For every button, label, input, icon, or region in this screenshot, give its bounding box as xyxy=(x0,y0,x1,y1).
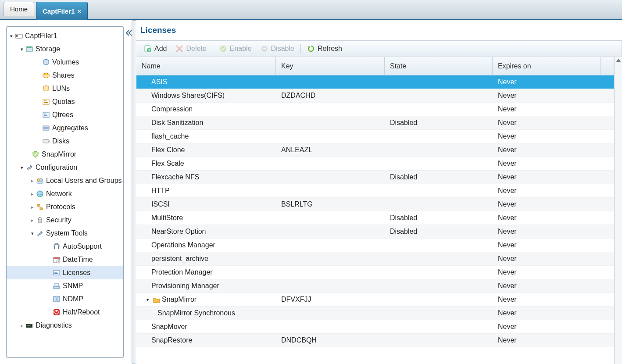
tree-node[interactable]: AutoSupport xyxy=(7,240,123,253)
tree-node[interactable]: Disks xyxy=(7,135,123,148)
halt-icon xyxy=(52,308,61,317)
filer-icon xyxy=(14,32,23,40)
add-icon xyxy=(144,45,152,53)
cell-name: Windows Shares(CIFS) xyxy=(151,92,225,100)
table-row[interactable]: SnapMirror SynchronousNever xyxy=(136,307,614,320)
tree-label: LUNs xyxy=(52,85,70,93)
tree-label: SNMP xyxy=(63,282,83,290)
table-row[interactable]: NearStore OptionDisabledNever xyxy=(136,225,614,239)
cell-expires: Never xyxy=(493,214,601,222)
tree-node[interactable]: SNMP xyxy=(7,279,123,293)
table-row[interactable]: SnapMoverNever xyxy=(136,320,614,334)
tree-node[interactable]: Qtrees xyxy=(7,108,123,121)
tree-label: Protocols xyxy=(46,203,75,211)
cell-key: DNDCBQH xyxy=(276,336,385,344)
table-row[interactable]: Disk SanitizationDisabledNever xyxy=(136,116,614,130)
tree-node-configuration[interactable]: Configuration xyxy=(7,161,123,174)
column-header-expires[interactable]: Expires on xyxy=(493,57,601,75)
grid-header: Name Key State Expires on xyxy=(136,57,614,75)
tree-node[interactable]: DateTime xyxy=(7,253,123,266)
cell-expires: Never xyxy=(493,228,601,236)
cell-expires: Never xyxy=(493,119,601,127)
tree-node-storage[interactable]: Storage xyxy=(7,43,123,56)
cell-expires: Never xyxy=(493,241,601,249)
vertical-scrollbar[interactable] xyxy=(614,57,622,364)
cell-expires: Never xyxy=(493,146,601,154)
diag-icon xyxy=(25,321,34,330)
tree-node[interactable]: Shares xyxy=(7,69,123,82)
protocols-icon xyxy=(36,203,44,211)
table-row[interactable]: Flex ScaleNever xyxy=(136,157,614,171)
tree-label: Network xyxy=(46,190,72,198)
tree-node[interactable]: Halt/Reboot xyxy=(7,306,123,319)
table-row[interactable]: Provisioning ManagerNever xyxy=(136,279,614,293)
tree-node[interactable]: Quotas xyxy=(7,95,123,108)
add-button[interactable]: Add xyxy=(139,43,171,54)
cell-name: ASIS xyxy=(151,78,167,86)
table-row[interactable]: SnapRestoreDNDCBQHNever xyxy=(136,334,614,347)
table-row[interactable]: HTTPNever xyxy=(136,184,614,198)
licenses-grid: Name Key State Expires on ASISNeverWindo… xyxy=(136,57,622,364)
tree-node[interactable]: Network xyxy=(7,187,123,200)
tree-node-root[interactable]: CaptFiler1 xyxy=(7,29,123,43)
tree-node[interactable]: Licenses xyxy=(7,266,123,279)
close-icon[interactable]: × xyxy=(77,7,81,15)
content-panel: Licenses Add Delete Enable Disable xyxy=(132,20,622,364)
table-row[interactable]: persistent_archiveNever xyxy=(136,252,614,266)
table-row[interactable]: ISCSIBSLRLTGNever xyxy=(136,198,614,211)
table-row[interactable]: Protection ManagerNever xyxy=(136,266,614,279)
table-row[interactable]: Operations ManagerNever xyxy=(136,239,614,252)
tree-node[interactable]: Security xyxy=(7,214,123,227)
scroll-up-icon xyxy=(616,59,621,62)
cell-name: Protection Manager xyxy=(151,268,213,276)
refresh-button[interactable]: Refresh xyxy=(303,43,347,54)
cell-expires: Never xyxy=(493,92,601,100)
sidebar-container: CaptFiler1 Storage VolumesSharesLUNsQuot… xyxy=(0,20,132,364)
column-header-key[interactable]: Key xyxy=(276,57,385,75)
tree-node-snapmirror[interactable]: SnapMirror xyxy=(7,148,123,161)
table-row[interactable]: MultiStoreDisabledNever xyxy=(136,211,614,225)
tree-node[interactable]: Local Users and Groups xyxy=(7,174,123,187)
column-header-name[interactable]: Name xyxy=(136,57,276,75)
column-header-state[interactable]: State xyxy=(385,57,493,75)
table-row[interactable]: Flexcache NFSDisabledNever xyxy=(136,171,614,184)
cell-expires: Never xyxy=(493,336,601,344)
tree-node[interactable]: LUNs xyxy=(7,82,123,95)
cell-expires: Never xyxy=(493,200,601,208)
cell-expires: Never xyxy=(493,268,601,276)
cell-name: Provisioning Manager xyxy=(151,282,219,290)
enable-icon xyxy=(219,45,227,53)
tree-label: Security xyxy=(46,216,71,224)
table-row[interactable]: Flex CloneANLEAZLNever xyxy=(136,143,614,157)
cell-name: SnapMover xyxy=(151,323,187,331)
delete-button[interactable]: Delete xyxy=(171,43,211,54)
table-row[interactable]: ASISNever xyxy=(136,75,614,89)
tree-node[interactable]: Protocols xyxy=(7,200,123,214)
tree-node-system-tools[interactable]: System Tools xyxy=(7,227,123,240)
enable-button[interactable]: Enable xyxy=(215,43,256,54)
grid-body: ASISNeverWindows Shares(CIFS)DZDACHDNeve… xyxy=(136,75,614,364)
cell-name: Operations Manager xyxy=(151,241,215,249)
table-row[interactable]: flash_cacheNever xyxy=(136,130,614,143)
column-header-blank xyxy=(601,57,614,75)
cell-key: DZDACHD xyxy=(276,92,385,100)
disable-icon xyxy=(261,45,268,53)
table-row[interactable]: ▾SnapMirrorDFVXFJJNever xyxy=(136,293,614,307)
button-label: Add xyxy=(154,45,167,53)
cell-expires: Never xyxy=(493,309,601,317)
tree-label: AutoSupport xyxy=(63,243,102,250)
tab-home[interactable]: Home xyxy=(4,2,34,16)
tree-node[interactable]: Volumes xyxy=(7,56,123,69)
expand-toggle[interactable]: ▾ xyxy=(145,297,150,303)
cell-state: Disabled xyxy=(385,214,493,222)
tree-label: Licenses xyxy=(63,269,90,277)
tree-node[interactable]: Aggregates xyxy=(7,121,123,135)
tree-node[interactable]: NDMP xyxy=(7,293,123,306)
disable-button[interactable]: Disable xyxy=(256,43,299,54)
users-icon xyxy=(36,176,44,185)
cell-name: Flex Scale xyxy=(151,160,184,168)
tree-node-diagnostics[interactable]: Diagnostics xyxy=(7,319,123,332)
tab-captfiler1[interactable]: CaptFiler1 × xyxy=(36,2,88,20)
table-row[interactable]: CompressionNever xyxy=(136,103,614,116)
table-row[interactable]: Windows Shares(CIFS)DZDACHDNever xyxy=(136,89,614,103)
